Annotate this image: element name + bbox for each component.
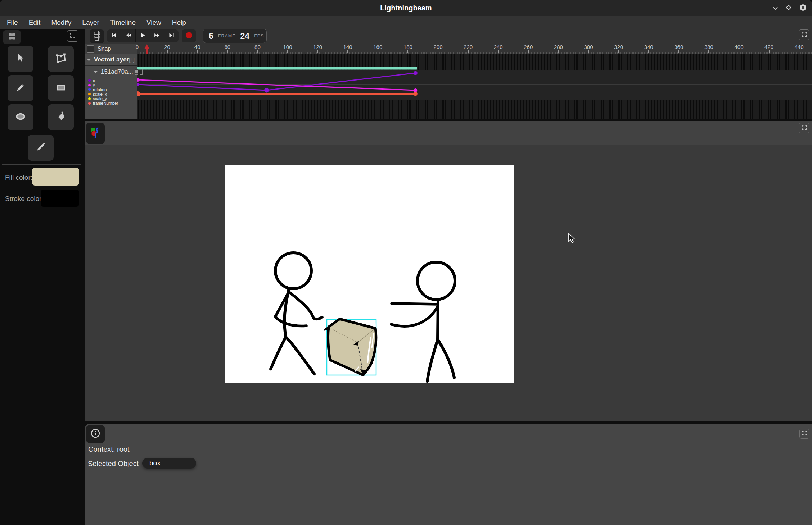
property-color-dot xyxy=(88,93,91,95)
timeline-frames[interactable] xyxy=(137,54,812,119)
ruler-tick xyxy=(739,50,739,53)
ruler-tick xyxy=(678,50,679,53)
sublayer-row[interactable]: 151ad70a... ~ xyxy=(85,68,137,76)
snap-label: Snap xyxy=(98,46,111,52)
snap-checkbox[interactable] xyxy=(87,45,94,53)
ruler-tick xyxy=(799,50,799,53)
film-button[interactable] xyxy=(90,29,104,43)
property-name: rotation xyxy=(93,87,107,92)
rectangle-tool-button[interactable] xyxy=(48,75,74,101)
sidebar-divider xyxy=(2,164,81,165)
ruler-label-440: 440 xyxy=(791,44,807,50)
timeline-ruler[interactable]: 0204060801001201401601802002202402602803… xyxy=(137,44,812,54)
app-window: Lightningbeam FileEditModifyLayerTimelin… xyxy=(0,0,812,525)
transform-icon xyxy=(55,52,67,66)
skip-end-icon xyxy=(168,32,175,40)
fps-label: FPS xyxy=(254,33,264,38)
property-row-frameNumber[interactable]: frameNumber xyxy=(88,101,118,106)
ruler-label-300: 300 xyxy=(581,44,596,50)
eyedropper-tool-button[interactable] xyxy=(28,135,54,161)
ruler-label-140: 140 xyxy=(340,44,356,50)
layer-row-vectorlayer[interactable]: VectorLayer [L] xyxy=(85,54,137,66)
tools-expand-button[interactable] xyxy=(67,30,78,42)
ruler-tick xyxy=(618,50,619,53)
panel-grid-button[interactable] xyxy=(3,30,21,44)
box-object xyxy=(324,319,376,376)
keyframe-dot-frameNumber xyxy=(414,92,418,96)
menu-modify[interactable]: Modify xyxy=(46,16,77,29)
frame-fps-panel: 6 FRAME 24 FPS xyxy=(203,29,267,43)
select-tool-button[interactable] xyxy=(8,46,33,72)
menu-view[interactable]: View xyxy=(141,16,167,29)
menu-file[interactable]: File xyxy=(1,16,23,29)
ruler-tick xyxy=(708,50,709,53)
fps-value[interactable]: 24 xyxy=(240,31,250,41)
ellipse-tool-button[interactable] xyxy=(8,104,33,130)
square-icon xyxy=(135,70,138,73)
menu-layer[interactable]: Layer xyxy=(77,16,105,29)
stroke-color-swatch[interactable] xyxy=(41,190,79,207)
ruler-label-120: 120 xyxy=(310,44,326,50)
timeline-expand-button[interactable] xyxy=(799,29,809,40)
layer-suffix: [L] xyxy=(129,57,135,63)
rewind-button[interactable] xyxy=(121,29,136,42)
ruler-label-60: 60 xyxy=(220,44,235,50)
transform-tool-button[interactable] xyxy=(48,46,74,72)
pencil-tool-button[interactable] xyxy=(8,75,33,101)
property-row-scale_x[interactable]: scale_x xyxy=(88,92,107,96)
minimize-button[interactable] xyxy=(771,4,780,13)
stage[interactable] xyxy=(225,165,514,383)
info-expand-button[interactable] xyxy=(799,429,809,439)
ruler-label-380: 380 xyxy=(701,44,717,50)
paint-bucket-tool-button[interactable] xyxy=(48,104,74,130)
frame-value[interactable]: 6 xyxy=(209,31,213,41)
cursor-icon xyxy=(15,53,26,65)
menu-bar: FileEditModifyLayerTimelineViewHelp xyxy=(0,16,812,29)
play-button[interactable] xyxy=(136,29,150,42)
ruler-label-220: 220 xyxy=(460,44,476,50)
property-name: frameNumber xyxy=(93,101,118,105)
fast-forward-button[interactable] xyxy=(150,29,164,42)
menu-timeline[interactable]: Timeline xyxy=(105,16,141,29)
window-title: Lightningbeam xyxy=(0,4,812,12)
collapse-triangle-icon[interactable] xyxy=(94,71,98,73)
ruler-tick xyxy=(648,50,649,53)
eyedropper-icon xyxy=(35,142,46,154)
menu-edit[interactable]: Edit xyxy=(23,16,46,29)
selected-object-value[interactable]: box xyxy=(142,458,196,469)
record-button[interactable] xyxy=(182,29,196,42)
property-row-rotation[interactable]: rotation xyxy=(88,87,107,92)
ruler-label-240: 240 xyxy=(490,44,506,50)
canvas-expand-button[interactable] xyxy=(799,123,809,133)
fill-color-swatch[interactable] xyxy=(32,168,79,186)
transport-controls xyxy=(107,29,179,42)
info-button[interactable] xyxy=(86,425,105,443)
skip-end-button[interactable] xyxy=(164,29,179,42)
animation-curves[interactable] xyxy=(137,54,812,119)
property-row-y[interactable]: y xyxy=(88,83,95,87)
keyframe-square-button[interactable] xyxy=(135,69,138,75)
canvas-tab-button[interactable] xyxy=(86,123,105,144)
chevron-down-icon xyxy=(772,5,778,12)
property-row-scale_y[interactable]: scale_y xyxy=(88,96,107,101)
fast-forward-icon xyxy=(154,32,161,40)
tool-sidebar: Fill color: Stroke color: xyxy=(0,29,85,525)
ruler-tick xyxy=(137,50,137,53)
skip-start-icon xyxy=(110,32,117,40)
title-bar: Lightningbeam xyxy=(0,0,812,16)
keyframe-dot-x xyxy=(414,71,418,75)
maximize-button[interactable] xyxy=(784,4,793,13)
collapse-triangle-icon[interactable] xyxy=(87,59,91,61)
rectangle-icon xyxy=(55,82,67,94)
close-button[interactable] xyxy=(798,4,808,13)
keyframe-dot-x xyxy=(264,88,269,93)
skip-start-button[interactable] xyxy=(107,29,121,42)
timeline-content: VectorLayer [L] 151ad70a... ~ xyrotation… xyxy=(85,54,812,119)
property-row-x[interactable]: x xyxy=(88,78,95,83)
property-name: x xyxy=(93,78,95,83)
ruler-tick xyxy=(378,50,378,53)
menu-help[interactable]: Help xyxy=(167,16,191,29)
film-icon xyxy=(93,30,101,42)
stick-figure-right xyxy=(391,262,455,381)
tween-tilde-button[interactable]: ~ xyxy=(140,69,143,75)
